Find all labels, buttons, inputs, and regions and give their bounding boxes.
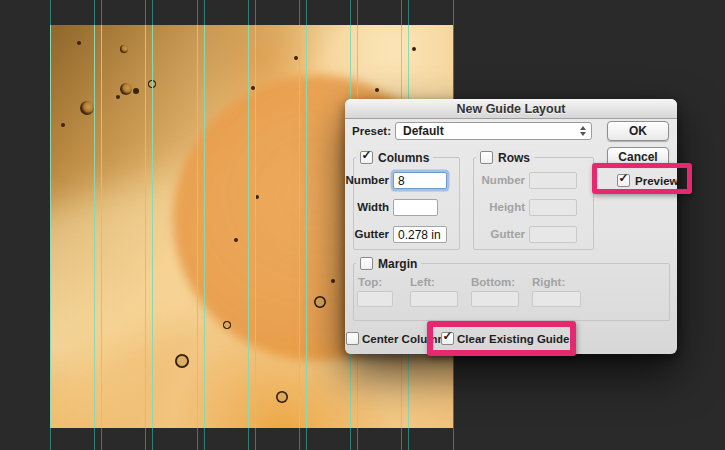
columns-number-label: Number [345, 174, 389, 186]
rows-checkbox[interactable] [480, 151, 493, 164]
guide-line[interactable] [204, 25, 205, 428]
columns-checkbox[interactable]: ✓ [360, 151, 373, 164]
guide-line[interactable] [145, 25, 146, 428]
rows-number-input [529, 172, 577, 189]
margin-left-label: Left: [410, 276, 435, 288]
ok-button[interactable]: OK [607, 121, 669, 141]
preset-dropdown[interactable]: Default [395, 122, 592, 140]
rows-height-label: Height [473, 201, 525, 213]
rows-label: Rows [498, 151, 530, 165]
margin-bottom-input [471, 291, 519, 307]
rows-number-label: Number [473, 174, 525, 186]
margin-label: Margin [378, 257, 417, 271]
preset-label: Preset: [347, 125, 391, 137]
new-guide-layout-dialog: New Guide Layout Preset: Default OK Canc… [345, 99, 677, 354]
columns-width-input[interactable] [393, 199, 438, 216]
dialog-titlebar[interactable]: New Guide Layout [345, 99, 677, 119]
preview-highlight-box [592, 163, 692, 194]
columns-gutter-label: Gutter [345, 228, 389, 240]
guide-line[interactable] [299, 25, 300, 428]
margin-left-input [410, 291, 458, 307]
margin-top-input [357, 291, 393, 307]
margin-checkbox[interactable] [360, 257, 373, 270]
columns-gutter-input[interactable] [393, 226, 447, 243]
clear-existing-guides-highlight-box [427, 321, 576, 356]
rows-gutter-label: Gutter [473, 228, 525, 240]
guide-line[interactable] [197, 25, 198, 428]
margin-right-label: Right: [532, 276, 565, 288]
center-columns-checkbox[interactable] [346, 332, 359, 345]
guide-line[interactable] [152, 25, 153, 428]
margin-top-label: Top: [358, 276, 382, 288]
guide-line[interactable] [306, 25, 307, 428]
checkmark-icon: ✓ [361, 148, 371, 162]
guide-line[interactable] [50, 25, 51, 428]
stepper-icon [580, 126, 586, 136]
guide-line[interactable] [101, 25, 102, 428]
columns-width-label: Width [345, 201, 389, 213]
guide-line[interactable] [248, 25, 249, 428]
columns-label: Columns [378, 151, 429, 165]
margin-right-input [532, 291, 581, 307]
columns-number-input[interactable] [393, 172, 447, 189]
rows-height-input [529, 199, 577, 216]
guide-line[interactable] [94, 25, 95, 428]
rows-gutter-input [529, 226, 577, 243]
margin-bottom-label: Bottom: [471, 276, 515, 288]
photoshop-workspace: New Guide Layout Preset: Default OK Canc… [0, 0, 725, 450]
preset-value: Default [403, 124, 444, 138]
guide-line[interactable] [255, 25, 256, 428]
